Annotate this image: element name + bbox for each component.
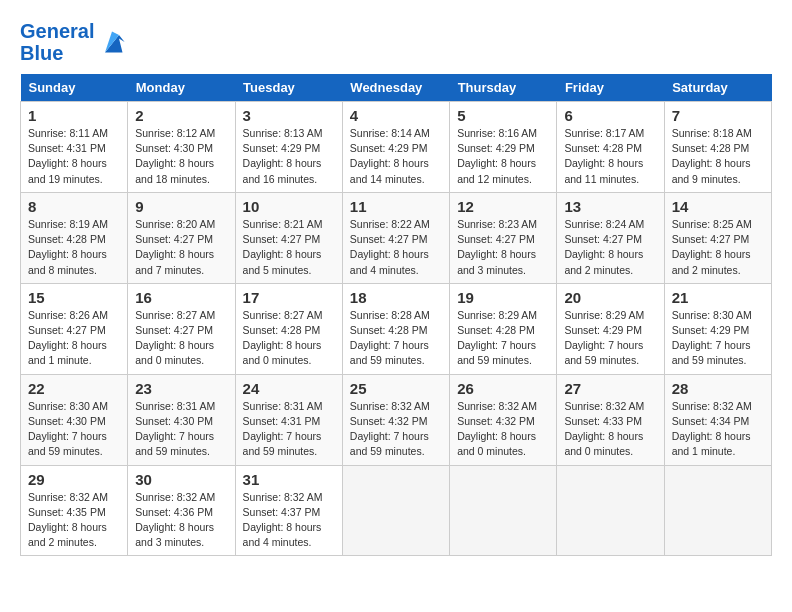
day-cell: 20Sunrise: 8:29 AM Sunset: 4:29 PM Dayli…: [557, 283, 664, 374]
day-cell: [342, 465, 449, 556]
day-cell: 25Sunrise: 8:32 AM Sunset: 4:32 PM Dayli…: [342, 374, 449, 465]
day-number: 1: [28, 107, 120, 124]
day-info: Sunrise: 8:25 AM Sunset: 4:27 PM Dayligh…: [672, 217, 764, 278]
day-info: Sunrise: 8:11 AM Sunset: 4:31 PM Dayligh…: [28, 126, 120, 187]
day-info: Sunrise: 8:16 AM Sunset: 4:29 PM Dayligh…: [457, 126, 549, 187]
day-cell: 1Sunrise: 8:11 AM Sunset: 4:31 PM Daylig…: [21, 102, 128, 193]
day-cell: 15Sunrise: 8:26 AM Sunset: 4:27 PM Dayli…: [21, 283, 128, 374]
day-info: Sunrise: 8:19 AM Sunset: 4:28 PM Dayligh…: [28, 217, 120, 278]
day-info: Sunrise: 8:24 AM Sunset: 4:27 PM Dayligh…: [564, 217, 656, 278]
day-info: Sunrise: 8:28 AM Sunset: 4:28 PM Dayligh…: [350, 308, 442, 369]
day-info: Sunrise: 8:29 AM Sunset: 4:28 PM Dayligh…: [457, 308, 549, 369]
day-cell: 18Sunrise: 8:28 AM Sunset: 4:28 PM Dayli…: [342, 283, 449, 374]
day-number: 15: [28, 289, 120, 306]
day-cell: 23Sunrise: 8:31 AM Sunset: 4:30 PM Dayli…: [128, 374, 235, 465]
day-number: 24: [243, 380, 335, 397]
day-info: Sunrise: 8:29 AM Sunset: 4:29 PM Dayligh…: [564, 308, 656, 369]
col-header-thursday: Thursday: [450, 74, 557, 102]
day-number: 18: [350, 289, 442, 306]
day-cell: 26Sunrise: 8:32 AM Sunset: 4:32 PM Dayli…: [450, 374, 557, 465]
day-cell: 10Sunrise: 8:21 AM Sunset: 4:27 PM Dayli…: [235, 192, 342, 283]
day-info: Sunrise: 8:32 AM Sunset: 4:34 PM Dayligh…: [672, 399, 764, 460]
day-number: 28: [672, 380, 764, 397]
week-row-4: 22Sunrise: 8:30 AM Sunset: 4:30 PM Dayli…: [21, 374, 772, 465]
day-info: Sunrise: 8:21 AM Sunset: 4:27 PM Dayligh…: [243, 217, 335, 278]
day-info: Sunrise: 8:32 AM Sunset: 4:32 PM Dayligh…: [350, 399, 442, 460]
day-info: Sunrise: 8:23 AM Sunset: 4:27 PM Dayligh…: [457, 217, 549, 278]
day-info: Sunrise: 8:12 AM Sunset: 4:30 PM Dayligh…: [135, 126, 227, 187]
day-number: 17: [243, 289, 335, 306]
day-cell: 3Sunrise: 8:13 AM Sunset: 4:29 PM Daylig…: [235, 102, 342, 193]
day-number: 26: [457, 380, 549, 397]
day-cell: 31Sunrise: 8:32 AM Sunset: 4:37 PM Dayli…: [235, 465, 342, 556]
day-info: Sunrise: 8:27 AM Sunset: 4:27 PM Dayligh…: [135, 308, 227, 369]
day-cell: 19Sunrise: 8:29 AM Sunset: 4:28 PM Dayli…: [450, 283, 557, 374]
day-number: 6: [564, 107, 656, 124]
calendar-table: SundayMondayTuesdayWednesdayThursdayFrid…: [20, 74, 772, 556]
col-header-tuesday: Tuesday: [235, 74, 342, 102]
day-number: 9: [135, 198, 227, 215]
day-cell: 8Sunrise: 8:19 AM Sunset: 4:28 PM Daylig…: [21, 192, 128, 283]
day-cell: 6Sunrise: 8:17 AM Sunset: 4:28 PM Daylig…: [557, 102, 664, 193]
day-info: Sunrise: 8:27 AM Sunset: 4:28 PM Dayligh…: [243, 308, 335, 369]
day-info: Sunrise: 8:17 AM Sunset: 4:28 PM Dayligh…: [564, 126, 656, 187]
day-cell: 4Sunrise: 8:14 AM Sunset: 4:29 PM Daylig…: [342, 102, 449, 193]
day-cell: [664, 465, 771, 556]
day-info: Sunrise: 8:26 AM Sunset: 4:27 PM Dayligh…: [28, 308, 120, 369]
day-number: 4: [350, 107, 442, 124]
col-header-wednesday: Wednesday: [342, 74, 449, 102]
day-info: Sunrise: 8:30 AM Sunset: 4:30 PM Dayligh…: [28, 399, 120, 460]
day-info: Sunrise: 8:22 AM Sunset: 4:27 PM Dayligh…: [350, 217, 442, 278]
day-number: 11: [350, 198, 442, 215]
day-number: 10: [243, 198, 335, 215]
day-cell: 14Sunrise: 8:25 AM Sunset: 4:27 PM Dayli…: [664, 192, 771, 283]
day-info: Sunrise: 8:13 AM Sunset: 4:29 PM Dayligh…: [243, 126, 335, 187]
day-cell: 5Sunrise: 8:16 AM Sunset: 4:29 PM Daylig…: [450, 102, 557, 193]
col-header-monday: Monday: [128, 74, 235, 102]
day-number: 13: [564, 198, 656, 215]
day-number: 31: [243, 471, 335, 488]
day-number: 7: [672, 107, 764, 124]
header-row: SundayMondayTuesdayWednesdayThursdayFrid…: [21, 74, 772, 102]
logo-text: General Blue: [20, 20, 94, 64]
day-number: 3: [243, 107, 335, 124]
week-row-5: 29Sunrise: 8:32 AM Sunset: 4:35 PM Dayli…: [21, 465, 772, 556]
day-number: 29: [28, 471, 120, 488]
logo: General Blue: [20, 20, 126, 64]
day-cell: 13Sunrise: 8:24 AM Sunset: 4:27 PM Dayli…: [557, 192, 664, 283]
day-number: 22: [28, 380, 120, 397]
day-info: Sunrise: 8:32 AM Sunset: 4:35 PM Dayligh…: [28, 490, 120, 551]
day-cell: 7Sunrise: 8:18 AM Sunset: 4:28 PM Daylig…: [664, 102, 771, 193]
day-number: 12: [457, 198, 549, 215]
day-number: 5: [457, 107, 549, 124]
day-cell: 2Sunrise: 8:12 AM Sunset: 4:30 PM Daylig…: [128, 102, 235, 193]
day-cell: 24Sunrise: 8:31 AM Sunset: 4:31 PM Dayli…: [235, 374, 342, 465]
day-info: Sunrise: 8:31 AM Sunset: 4:31 PM Dayligh…: [243, 399, 335, 460]
day-number: 21: [672, 289, 764, 306]
day-cell: 27Sunrise: 8:32 AM Sunset: 4:33 PM Dayli…: [557, 374, 664, 465]
day-cell: 16Sunrise: 8:27 AM Sunset: 4:27 PM Dayli…: [128, 283, 235, 374]
day-number: 8: [28, 198, 120, 215]
day-info: Sunrise: 8:32 AM Sunset: 4:36 PM Dayligh…: [135, 490, 227, 551]
day-number: 16: [135, 289, 227, 306]
day-cell: 30Sunrise: 8:32 AM Sunset: 4:36 PM Dayli…: [128, 465, 235, 556]
day-info: Sunrise: 8:32 AM Sunset: 4:33 PM Dayligh…: [564, 399, 656, 460]
day-info: Sunrise: 8:20 AM Sunset: 4:27 PM Dayligh…: [135, 217, 227, 278]
day-cell: 29Sunrise: 8:32 AM Sunset: 4:35 PM Dayli…: [21, 465, 128, 556]
day-info: Sunrise: 8:32 AM Sunset: 4:37 PM Dayligh…: [243, 490, 335, 551]
day-info: Sunrise: 8:18 AM Sunset: 4:28 PM Dayligh…: [672, 126, 764, 187]
day-cell: 21Sunrise: 8:30 AM Sunset: 4:29 PM Dayli…: [664, 283, 771, 374]
day-info: Sunrise: 8:31 AM Sunset: 4:30 PM Dayligh…: [135, 399, 227, 460]
day-cell: 17Sunrise: 8:27 AM Sunset: 4:28 PM Dayli…: [235, 283, 342, 374]
week-row-3: 15Sunrise: 8:26 AM Sunset: 4:27 PM Dayli…: [21, 283, 772, 374]
day-number: 20: [564, 289, 656, 306]
day-info: Sunrise: 8:14 AM Sunset: 4:29 PM Dayligh…: [350, 126, 442, 187]
day-number: 25: [350, 380, 442, 397]
day-number: 23: [135, 380, 227, 397]
col-header-sunday: Sunday: [21, 74, 128, 102]
day-number: 2: [135, 107, 227, 124]
day-number: 19: [457, 289, 549, 306]
day-number: 27: [564, 380, 656, 397]
page-header: General Blue: [20, 20, 772, 64]
day-info: Sunrise: 8:30 AM Sunset: 4:29 PM Dayligh…: [672, 308, 764, 369]
